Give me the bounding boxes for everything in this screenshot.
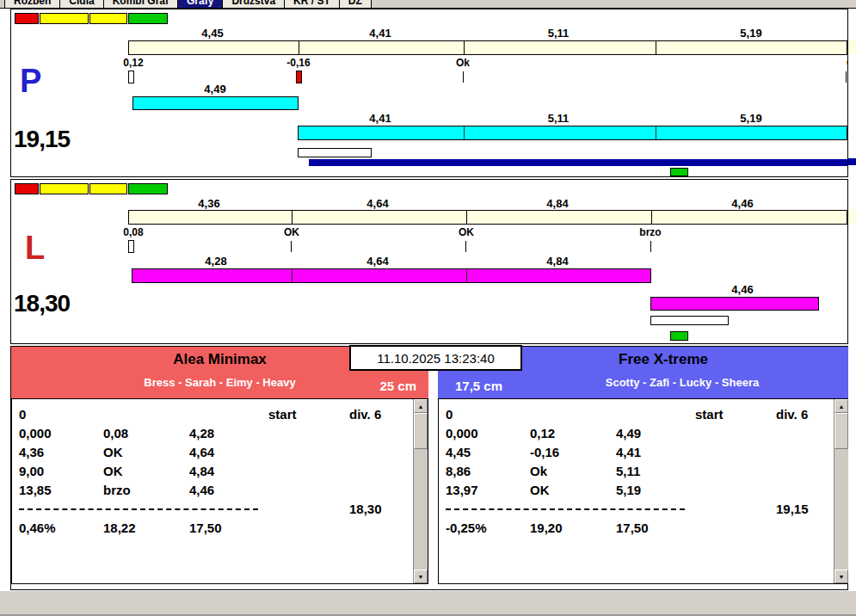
legend-green-box [128,183,168,194]
ruler-divider [651,211,652,224]
result-cell [776,462,834,481]
result-cell [695,481,776,500]
green-indicator [670,168,688,176]
total-cell: 18,30 [349,500,413,519]
result-cell: 4,49 [616,424,695,443]
legend-yellow-box [40,13,89,24]
tab-druzstva[interactable]: Druzstva [222,0,285,9]
result-cell [268,443,349,462]
bar-remnant [848,209,856,224]
cross-mark-label: OK [284,226,299,238]
empty-gauge-box [298,148,372,157]
legend-red-box [15,183,39,194]
scroll-down-icon[interactable]: ▼ [414,570,428,583]
run-time-bar [298,126,847,140]
cross-mark-label: -0,16 [286,57,310,69]
split-label: 4,45 [201,27,223,40]
tab-cidla[interactable]: Cidla [59,0,103,9]
tab-bar: Rozbeh Cidla Kombi Graf Grafy Druzstva K… [0,0,856,9]
total-cell: 17,50 [616,519,695,538]
result-cell [776,481,834,500]
result-cell: 0,000 [446,424,530,443]
cross-tick [465,241,466,252]
ruler-bar [128,210,847,225]
scroll-down-icon[interactable]: ▼ [834,570,848,583]
legend-red-box [15,13,39,24]
lane-panel-left: 4,36 4,64 4,84 4,46 0,08 OK OK brzo L 4,… [10,179,848,344]
result-cell: 4,36 [19,443,103,462]
scroll-up-icon[interactable]: ▲ [834,399,848,413]
fault-marker [296,71,302,83]
dog-time-label: 5,19 [740,112,761,125]
result-cell [189,405,268,424]
split-label: 4,36 [198,197,219,210]
result-cell: 0 [19,405,103,424]
result-cell [349,481,413,500]
legend-green-box [128,13,168,24]
result-cell: OK [103,462,189,481]
cross-mark-label: Ok [456,57,470,69]
legend-yellow-box-2 [89,183,127,194]
bar-divider [464,126,465,139]
results-grid: 0 start div. 6 0,000 0,08 4,28 4,36 OK 4… [12,399,413,583]
scrollbar-thumb[interactable] [834,413,848,449]
scrollbar[interactable]: ▲ ▼ [413,399,428,583]
team-dogs: Bress - Sarah - Eimy - Heavy [11,376,428,389]
separator-line [446,508,685,510]
right-margin [848,9,856,590]
ruler-divider [299,41,299,54]
tab-rozbeh[interactable]: Rozbeh [4,0,60,9]
ruler-divider [656,41,656,54]
scrollbar[interactable]: ▲ ▼ [834,399,848,583]
result-cell: div. 6 [349,405,413,424]
scrollbar-thumb[interactable] [414,413,428,449]
cross-mark-label: 0,08 [123,226,143,238]
bar-divider [292,269,293,282]
total-cell: 19,15 [776,500,834,519]
total-cell: 17,50 [189,519,268,538]
result-cell: 4,28 [189,424,268,443]
separator-line [19,508,258,510]
result-cell: 0,000 [19,424,103,443]
cross-mark-label: brzo [639,226,661,238]
results-grid: 0 start div. 6 0,000 0,12 4,49 4,45 -0,1… [439,399,834,583]
result-cell [268,424,349,443]
status-legend [11,13,847,24]
result-cell [616,405,695,424]
result-cell: -0,16 [530,443,616,462]
dog-time-label: 4,41 [369,112,391,125]
lane-total-time: 19,15 [14,127,70,151]
tab-dz[interactable]: DZ [339,0,372,9]
result-cell [695,424,776,443]
bar-remnant [848,158,856,165]
empty-gauge-box [650,316,729,325]
lane-letter: L [25,231,45,264]
tab-grafy[interactable]: Grafy [177,0,223,9]
split-label: 4,84 [546,197,568,210]
result-cell: start [268,405,349,424]
ruler-divider [292,211,293,224]
green-indicator [670,331,688,341]
dog-time-label: 4,46 [731,283,753,296]
flyball-timing-window: Rozbeh Cidla Kombi Graf Grafy Druzstva K… [0,0,856,616]
split-label: 4,64 [366,197,388,210]
result-cell [349,443,413,462]
bar-divider [656,126,656,139]
cross-mark-label: 0,12 [123,57,143,69]
datetime-display: 11.10.2025 13:23:40 [349,345,522,371]
result-cell: 13,85 [19,481,103,500]
run-time-bar [132,268,651,283]
dog4-time-bar [650,297,819,311]
scroll-up-icon[interactable]: ▲ [414,399,428,413]
result-cell: OK [103,443,189,462]
tab-kr-st[interactable]: KR / ST [284,0,340,9]
cross-tick [846,71,847,83]
tab-kombi-graf[interactable]: Kombi Graf [103,0,178,9]
result-cell: 4,46 [189,481,268,500]
result-cell [695,462,776,481]
team-name: Free X-treme [477,351,849,368]
bar-divider [466,269,467,282]
total-cell: 0,46% [19,519,103,538]
scoreboard: Alea Minimax Bress - Sarah - Eimy - Heav… [10,346,848,590]
split-label: 4,46 [731,197,753,210]
